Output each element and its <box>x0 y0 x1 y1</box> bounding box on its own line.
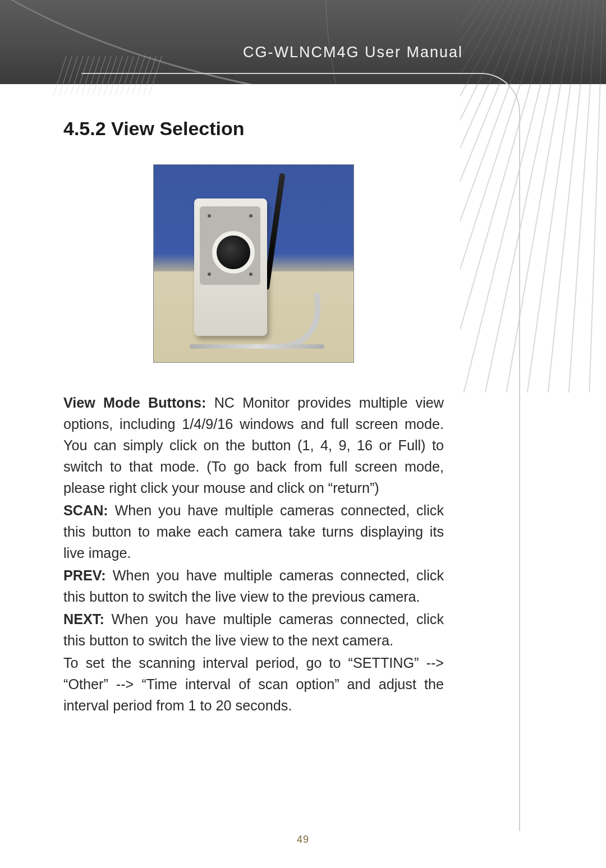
text-prev: When you have multiple cameras connected… <box>63 567 444 604</box>
label-scan: SCAN: <box>63 502 108 518</box>
section-heading: 4.5.2 View Selection <box>63 118 444 140</box>
content-column: 4.5.2 View Selection <box>63 118 444 717</box>
para-next: NEXT: When you have multiple cameras con… <box>63 608 444 651</box>
section-title: View Selection <box>111 118 244 139</box>
section-number: 4.5.2 <box>63 118 106 139</box>
header-title: CG-WLNCM4G User Manual <box>243 44 463 61</box>
decorative-hatch-small: // (no-op placeholder; real lines below … <box>53 56 177 95</box>
para-interval: To set the scanning interval period, go … <box>63 652 444 716</box>
text-next: When you have multiple cameras connected… <box>63 611 444 648</box>
manual-page: CG-WLNCM4G User Manual // (no-op placeho… <box>0 0 606 868</box>
text-interval: To set the scanning interval period, go … <box>63 655 444 713</box>
para-scan: SCAN: When you have multiple cameras con… <box>63 500 444 564</box>
text-scan: When you have multiple cameras connected… <box>63 502 444 561</box>
label-next: NEXT: <box>63 611 104 627</box>
page-number: 49 <box>0 834 606 846</box>
para-view-mode: View Mode Buttons: NC Monitor provides m… <box>63 392 444 498</box>
label-prev: PREV: <box>63 567 106 583</box>
label-view-mode: View Mode Buttons: <box>63 395 206 410</box>
body-text: View Mode Buttons: NC Monitor provides m… <box>63 392 444 716</box>
figure <box>63 164 444 365</box>
para-prev: PREV: When you have multiple cameras con… <box>63 565 444 607</box>
camera-photo <box>153 164 354 363</box>
